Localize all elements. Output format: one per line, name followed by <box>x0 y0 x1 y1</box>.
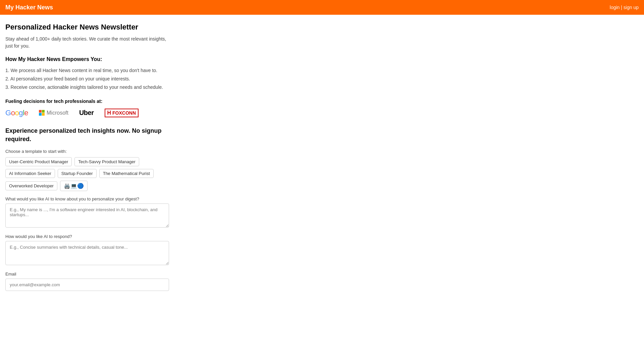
microsoft-logo: Microsoft <box>39 110 68 116</box>
emoji-template-btn[interactable]: 🖨️💻🔵 <box>60 181 88 191</box>
signup-link[interactable]: sign up <box>624 5 639 10</box>
personalize-textarea[interactable] <box>5 203 169 228</box>
templates-row-2: AI Information Seeker Startup Founder Th… <box>5 169 169 178</box>
login-link[interactable]: login <box>610 5 620 10</box>
respond-label: How would you like AI to respond? <box>5 234 169 239</box>
template-ai-seeker[interactable]: AI Information Seeker <box>5 169 55 178</box>
main-content: Personalized Hacker News Newsletter Stay… <box>0 15 174 299</box>
site-title: My Hacker News <box>5 4 53 11</box>
template-startup-founder[interactable]: Startup Founder <box>58 169 97 178</box>
templates-row-3: Overworked Developer 🖨️💻🔵 <box>5 181 169 191</box>
foxconn-logo: H FOXCONN <box>105 109 139 117</box>
page-title: Personalized Hacker News Newsletter <box>5 23 169 32</box>
cta-heading: Experience personalized tech insights no… <box>5 127 169 143</box>
empowers-heading: How My Hacker News Empowers You: <box>5 56 169 62</box>
template-label: Choose a template to start with: <box>5 149 169 154</box>
top-header: My Hacker News login | sign up <box>0 0 644 15</box>
company-logos: Google Microsoft Uber H FOXCONN <box>5 109 169 117</box>
auth-separator: | <box>621 5 624 10</box>
hero-subtitle: Stay ahead of 1,000+ daily tech stories.… <box>5 36 169 50</box>
respond-textarea[interactable] <box>5 241 169 265</box>
template-user-centric[interactable]: User-Centric Product Manager <box>5 157 72 166</box>
template-tech-savvy[interactable]: Tech-Savvy Product Manager <box>74 157 139 166</box>
templates-row-1: User-Centric Product Manager Tech-Savvy … <box>5 157 169 166</box>
step-1: 1. We process all Hacker News content in… <box>5 66 169 75</box>
google-logo: Google <box>5 109 28 117</box>
step-2: 2. AI personalizes your feed based on yo… <box>5 75 169 83</box>
email-label: Email <box>5 272 169 277</box>
steps-list: 1. We process all Hacker News content in… <box>5 66 169 92</box>
personalize-label: What would you like AI to know about you… <box>5 196 169 201</box>
email-input[interactable] <box>5 279 169 291</box>
fueling-label: Fueling decisions for tech professionals… <box>5 99 169 104</box>
step-3: 3. Receive concise, actionable insights … <box>5 83 169 92</box>
auth-links: login | sign up <box>610 5 639 10</box>
template-overworked-dev[interactable]: Overworked Developer <box>5 181 57 190</box>
uber-logo: Uber <box>79 109 94 117</box>
template-math-purist[interactable]: The Mathematical Purist <box>99 169 154 178</box>
